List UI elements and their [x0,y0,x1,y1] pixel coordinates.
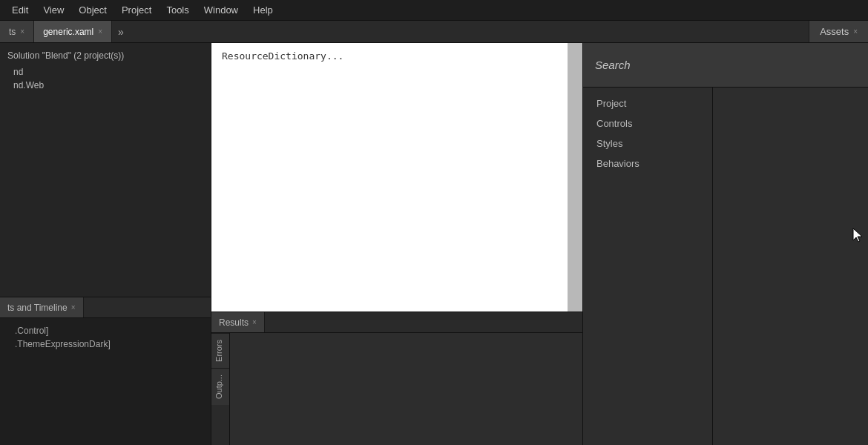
results-panel: Results × Errors Outp... [211,312,582,445]
assets-search-bar[interactable]: Search [583,43,868,88]
assets-cat-styles[interactable]: Styles [583,134,712,154]
center-bottom: Results × Errors Outp... [211,312,582,445]
timeline-content: .Control] .ThemeExpressionDark] [0,318,211,357]
tree-item-nd[interactable]: nd [7,65,203,79]
left-panel: Solution "Blend" (2 project(s)) nd nd.We… [0,43,211,445]
menu-object[interactable]: Object [71,1,114,19]
center-top: ResourceDictionary... [211,43,582,312]
menu-help[interactable]: Help [246,1,280,19]
side-tab-output[interactable]: Outp... [211,368,229,405]
editor-area[interactable]: ResourceDictionary... [211,43,568,312]
timeline-item-2[interactable]: .ThemeExpressionDark] [6,337,205,351]
tab-ts[interactable]: ts × [0,21,34,42]
results-tab-label: Results [219,317,249,328]
tab-results[interactable]: Results × [211,312,265,332]
solution-title: Solution "Blend" (2 project(s)) [7,50,203,61]
side-tabs: Errors Outp... [211,333,230,445]
assets-body: Project Controls Styles Behaviors [583,88,868,445]
side-tab-errors[interactable]: Errors [211,333,229,368]
assets-tab-close[interactable]: × [853,28,858,36]
timeline-panel: ts and Timeline × .Control] .ThemeExpres… [0,297,211,445]
menu-edit[interactable]: Edit [4,1,36,19]
assets-search-label: Search [595,59,631,71]
timeline-tab-bar: ts and Timeline × [0,297,211,318]
menu-project[interactable]: Project [114,1,159,19]
menu-tools[interactable]: Tools [159,1,196,19]
menu-bar: Edit View Object Project Tools Window He… [0,0,868,21]
assets-detail [713,88,868,445]
tab-generic-xaml-label: generic.xaml [43,27,93,37]
tab-ts-close[interactable]: × [20,28,24,36]
tab-ts-label: ts [9,27,16,37]
tab-generic-xaml[interactable]: generic.xaml × [34,21,112,42]
results-content [230,333,582,445]
assets-cat-controls[interactable]: Controls [583,113,712,134]
results-tab-close[interactable]: × [252,319,257,326]
tab-more-button[interactable]: » [112,26,130,38]
tab-bar: ts × generic.xaml × » Assets × [0,21,868,43]
tab-timeline[interactable]: ts and Timeline × [0,297,84,317]
timeline-item-1[interactable]: .Control] [6,324,205,337]
editor-content: ResourceDictionary... [222,50,343,62]
assets-cat-project[interactable]: Project [583,93,712,113]
assets-tab[interactable]: Assets × [809,21,868,42]
assets-tab-label: Assets [820,26,849,37]
center-gutter [568,43,582,312]
solution-explorer: Solution "Blend" (2 project(s)) nd nd.We… [0,43,211,297]
tree-item-ndweb[interactable]: nd.Web [7,79,203,92]
assets-cat-behaviors[interactable]: Behaviors [583,154,712,174]
menu-view[interactable]: View [36,1,71,19]
timeline-tab-close[interactable]: × [71,304,76,312]
assets-categories: Project Controls Styles Behaviors [583,88,713,445]
center-panel: ResourceDictionary... Results × Errors O… [211,43,582,445]
tab-generic-xaml-close[interactable]: × [98,28,102,36]
results-body: Errors Outp... [211,333,582,445]
results-tab-bar: Results × [211,312,582,333]
menu-window[interactable]: Window [197,1,246,19]
right-panel: Search Project Controls Styles Behaviors [582,43,868,445]
timeline-tab-label: ts and Timeline [7,303,68,313]
main-area: Solution "Blend" (2 project(s)) nd nd.We… [0,43,868,445]
